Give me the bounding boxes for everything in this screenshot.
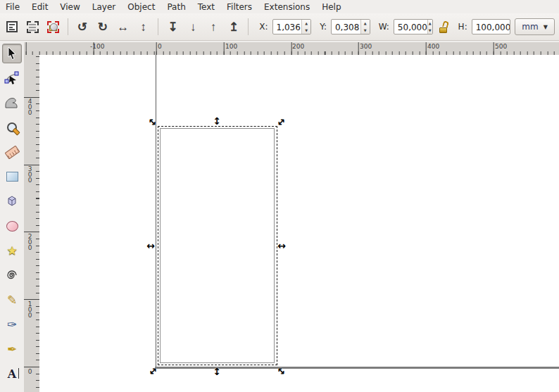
ruler-label: 100 bbox=[225, 43, 237, 50]
lock-body-icon bbox=[439, 27, 447, 33]
open-lock-icon bbox=[442, 20, 449, 28]
raise-to-top-button[interactable]: ↥ bbox=[226, 18, 242, 36]
y-spinner[interactable]: ▲ ▼ bbox=[360, 20, 370, 34]
lower-one-step-icon: ↓ bbox=[190, 21, 196, 33]
y-spinbox[interactable]: 0,308 ▲ ▼ bbox=[331, 19, 370, 34]
select-all-layers-button[interactable] bbox=[25, 18, 41, 36]
raise-one-step-icon: ↑ bbox=[211, 21, 217, 33]
menu-file[interactable]: File bbox=[6, 2, 20, 12]
tweak-tool-button[interactable] bbox=[2, 93, 22, 113]
width-label: W: bbox=[379, 22, 389, 32]
raise-one-step-button[interactable]: ↑ bbox=[206, 18, 222, 36]
spin-down-icon[interactable]: ▼ bbox=[302, 27, 310, 34]
page-border-left bbox=[156, 55, 156, 369]
flip-horizontal-icon: ↔ bbox=[117, 21, 129, 33]
menu-view[interactable]: View bbox=[60, 2, 80, 12]
ruler-label: 100 bbox=[27, 301, 32, 318]
flip-vertical-button[interactable]: ↕ bbox=[135, 18, 151, 36]
selector-arrow-icon bbox=[5, 46, 19, 61]
units-dropdown[interactable]: mm ▼ bbox=[515, 18, 555, 35]
measure-tool-button[interactable] bbox=[2, 142, 22, 162]
ruler-label: 0 bbox=[27, 369, 32, 374]
pencil-tool-button[interactable]: ✎ bbox=[2, 290, 22, 310]
spin-up-icon[interactable]: ▲ bbox=[361, 20, 370, 27]
selector-tool-button[interactable] bbox=[2, 44, 22, 63]
spray-tool-button[interactable]: ∴ bbox=[2, 388, 22, 392]
deselect-button[interactable] bbox=[45, 18, 61, 36]
menu-layer[interactable]: Layer bbox=[92, 2, 115, 12]
width-spinner[interactable]: ▲ ▼ bbox=[427, 20, 432, 34]
flip-vertical-icon: ↕ bbox=[140, 21, 146, 33]
menu-object[interactable]: Object bbox=[127, 2, 155, 12]
canvas[interactable]: ↔ ↕ ↔ ↔ ↔ ↔ ↕ ↔ bbox=[39, 55, 559, 392]
scale-handle-bottom-center[interactable]: ↕ bbox=[211, 366, 222, 377]
select-all-layers-icon bbox=[27, 21, 39, 33]
tweak-wave-icon bbox=[4, 96, 20, 109]
scale-handle-middle-right[interactable]: ↔ bbox=[276, 240, 287, 251]
3d-box-tool-button[interactable] bbox=[2, 191, 22, 211]
height-value[interactable]: 100,000 bbox=[472, 20, 511, 34]
x-value[interactable]: 1,036 bbox=[273, 20, 302, 34]
height-spinbox[interactable]: 100,000 ▲ ▼ bbox=[472, 19, 511, 34]
scale-handle-top-center[interactable]: ↕ bbox=[211, 115, 222, 127]
rotate-cw-button[interactable]: ↻ bbox=[94, 18, 111, 36]
ruler-label: -100 bbox=[90, 43, 104, 50]
node-editor-tool-button[interactable] bbox=[2, 68, 22, 88]
3d-box-icon bbox=[6, 195, 18, 208]
x-spinbox[interactable]: 1,036 ▲ ▼ bbox=[272, 19, 312, 34]
vertical-ruler[interactable]: 400 300 200 100 0 bbox=[24, 55, 39, 392]
spin-up-icon[interactable]: ▲ bbox=[428, 20, 432, 27]
lower-one-step-button[interactable]: ↓ bbox=[185, 18, 201, 36]
ruler-label: 200 bbox=[27, 234, 32, 251]
spin-down-icon[interactable]: ▼ bbox=[428, 27, 432, 34]
lower-to-bottom-icon: ↧ bbox=[168, 21, 177, 33]
horizontal-ruler[interactable]: -100 0 100 200 300 400 500 bbox=[24, 42, 559, 55]
pencil-icon: ✎ bbox=[7, 294, 17, 306]
menu-extensions[interactable]: Extensions bbox=[264, 2, 310, 12]
menu-text[interactable]: Text bbox=[198, 2, 215, 12]
menu-edit[interactable]: Edit bbox=[32, 2, 48, 12]
rotate-ccw-icon: ↺ bbox=[77, 21, 87, 33]
lower-to-bottom-button[interactable]: ↧ bbox=[165, 18, 181, 36]
spiral-tool-button[interactable] bbox=[2, 265, 22, 285]
ellipse-tool-button[interactable] bbox=[2, 216, 22, 236]
spin-up-icon[interactable]: ▲ bbox=[302, 20, 310, 27]
ruler-icon bbox=[4, 145, 20, 159]
star-tool-button[interactable]: ★ bbox=[2, 241, 22, 260]
rotate-ccw-button[interactable]: ↺ bbox=[75, 18, 91, 36]
bezier-pen-tool-button[interactable]: ✑ bbox=[2, 315, 22, 334]
ellipse-icon bbox=[6, 221, 18, 232]
lock-ratio-toggle[interactable] bbox=[439, 21, 448, 33]
inkscape-window: File Edit View Layer Object Path Text Fi… bbox=[0, 0, 559, 392]
magnifier-icon bbox=[7, 122, 17, 132]
scale-handle-middle-left[interactable]: ↔ bbox=[145, 240, 156, 251]
y-label: Y: bbox=[320, 22, 327, 32]
x-spinner[interactable]: ▲ ▼ bbox=[301, 20, 310, 34]
ruler-label: 400 bbox=[27, 99, 32, 115]
spin-down-icon[interactable]: ▼ bbox=[361, 27, 370, 34]
scale-handle-bottom-right[interactable]: ↔ bbox=[274, 363, 290, 379]
menubar: File Edit View Layer Object Path Text Fi… bbox=[0, 0, 559, 13]
calligraphy-tool-button[interactable]: ✒ bbox=[2, 339, 22, 359]
y-value[interactable]: 0,308 bbox=[332, 20, 360, 34]
deselect-icon bbox=[47, 21, 59, 33]
menu-path[interactable]: Path bbox=[167, 2, 185, 12]
x-label: X: bbox=[259, 22, 268, 32]
width-value[interactable]: 50,000 bbox=[394, 20, 427, 34]
spiral-icon bbox=[6, 269, 18, 282]
calligraphy-pen-icon: ✒ bbox=[7, 343, 17, 355]
zoom-tool-button[interactable] bbox=[2, 118, 22, 137]
scale-handle-bottom-left[interactable]: ↔ bbox=[145, 363, 161, 379]
toolbar-separator bbox=[158, 18, 158, 35]
rectangle-tool-button[interactable] bbox=[2, 167, 22, 186]
flip-horizontal-button[interactable]: ↔ bbox=[115, 18, 131, 36]
select-all-button[interactable] bbox=[4, 18, 20, 36]
text-tool-button[interactable]: A bbox=[2, 364, 22, 384]
text-tool-icon: A bbox=[8, 367, 16, 381]
width-spinbox[interactable]: 50,000 ▲ ▼ bbox=[394, 19, 433, 34]
rectangle-icon bbox=[6, 172, 18, 182]
menu-help[interactable]: Help bbox=[322, 2, 341, 12]
ruler-label: 200 bbox=[292, 43, 304, 50]
menu-filters[interactable]: Filters bbox=[227, 2, 252, 12]
ruler-label: 0 bbox=[158, 43, 162, 50]
